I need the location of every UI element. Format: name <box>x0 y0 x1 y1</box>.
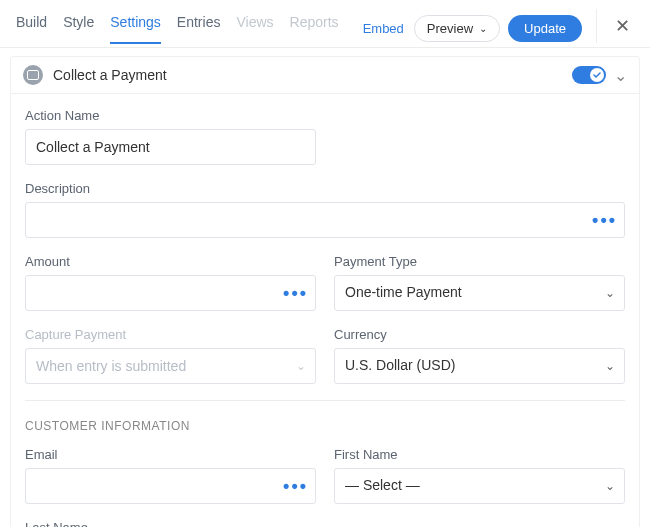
customer-section-header: CUSTOMER INFORMATION <box>25 419 625 433</box>
action-panel: Collect a Payment ⌄ Action Name Descript… <box>10 56 640 527</box>
tab-reports[interactable]: Reports <box>290 14 339 44</box>
chevron-down-icon: ⌄ <box>479 23 487 34</box>
tab-entries[interactable]: Entries <box>177 14 221 44</box>
panel-title: Collect a Payment <box>53 67 572 83</box>
amount-options-icon[interactable]: ••• <box>283 284 308 302</box>
payment-icon <box>23 65 43 85</box>
email-label: Email <box>25 447 316 462</box>
capture-payment-select <box>25 348 316 384</box>
amount-input[interactable] <box>25 275 316 311</box>
currency-select[interactable]: U.S. Dollar (USD) <box>334 348 625 384</box>
last-name-label: Last Name <box>25 520 316 527</box>
enable-toggle[interactable] <box>572 66 606 84</box>
payment-type-label: Payment Type <box>334 254 625 269</box>
panel-body: Action Name Description ••• Amount ••• <box>11 94 639 527</box>
description-label: Description <box>25 181 625 196</box>
main-tabs: Build Style Settings Entries Views Repor… <box>16 14 339 44</box>
amount-label: Amount <box>25 254 316 269</box>
tab-views[interactable]: Views <box>236 14 273 44</box>
collapse-chevron-icon[interactable]: ⌄ <box>614 66 627 85</box>
preview-button[interactable]: Preview ⌄ <box>414 15 500 42</box>
first-name-select[interactable]: — Select — <box>334 468 625 504</box>
capture-payment-label: Capture Payment <box>25 327 316 342</box>
currency-label: Currency <box>334 327 625 342</box>
email-options-icon[interactable]: ••• <box>283 477 308 495</box>
tab-build[interactable]: Build <box>16 14 47 44</box>
email-input[interactable] <box>25 468 316 504</box>
action-name-label: Action Name <box>25 108 316 123</box>
tab-settings[interactable]: Settings <box>110 14 161 44</box>
preview-label: Preview <box>427 21 473 36</box>
tab-style[interactable]: Style <box>63 14 94 44</box>
panel-header: Collect a Payment ⌄ <box>11 57 639 94</box>
update-button[interactable]: Update <box>508 15 582 42</box>
top-navigation: Build Style Settings Entries Views Repor… <box>0 0 650 48</box>
action-name-input[interactable] <box>25 129 316 165</box>
close-icon[interactable]: ✕ <box>609 13 636 39</box>
embed-link[interactable]: Embed <box>363 21 404 36</box>
first-name-label: First Name <box>334 447 625 462</box>
description-options-icon[interactable]: ••• <box>592 211 617 229</box>
section-divider <box>25 400 625 401</box>
check-icon <box>590 68 604 82</box>
description-input[interactable] <box>25 202 625 238</box>
vertical-divider <box>596 9 597 43</box>
payment-type-select[interactable]: One-time Payment <box>334 275 625 311</box>
